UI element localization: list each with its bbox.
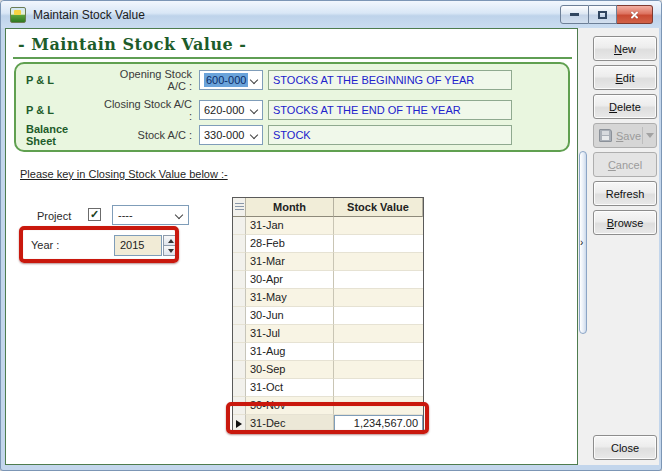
account-row: Balance SheetStock A/C :330-000STOCK bbox=[18, 125, 566, 145]
refresh-button[interactable]: Refresh bbox=[593, 181, 657, 206]
year-down-button[interactable] bbox=[163, 246, 179, 256]
account-select[interactable]: 330-000 bbox=[199, 125, 263, 145]
column-header-stock-value: Stock Value bbox=[334, 198, 423, 217]
row-selector[interactable] bbox=[233, 307, 246, 325]
stock-value-cell[interactable] bbox=[334, 307, 423, 325]
stock-value-cell[interactable] bbox=[334, 253, 423, 271]
row-selector[interactable] bbox=[233, 361, 246, 379]
maximize-button[interactable] bbox=[589, 5, 617, 24]
account-select[interactable]: 620-000 bbox=[199, 100, 263, 120]
maintain-stock-value-window: Maintain Stock Value - Maintain Stock Va… bbox=[0, 0, 662, 471]
table-row: 30-Sep bbox=[233, 361, 423, 379]
save-button: Save bbox=[593, 123, 657, 148]
row-selector[interactable] bbox=[233, 271, 246, 289]
stock-value-cell[interactable] bbox=[334, 271, 423, 289]
stock-value-cell[interactable] bbox=[334, 361, 423, 379]
button-divider bbox=[642, 127, 643, 144]
account-description: STOCK bbox=[268, 125, 512, 145]
stock-value-cell[interactable] bbox=[334, 217, 423, 235]
table-header-row: MonthStock Value bbox=[233, 198, 423, 217]
new-button[interactable]: New bbox=[593, 36, 657, 61]
month-cell: 30-Sep bbox=[246, 361, 334, 379]
row-selector-header bbox=[233, 198, 246, 217]
close-button-label: Close bbox=[611, 442, 639, 454]
stock-value-cell[interactable] bbox=[334, 379, 423, 397]
delete-button[interactable]: Delete bbox=[593, 94, 657, 119]
month-cell: 31-Jan bbox=[246, 217, 334, 235]
row-selector[interactable] bbox=[233, 415, 246, 433]
panel-splitter[interactable]: › bbox=[579, 151, 587, 334]
table-row: 31-Jul bbox=[233, 325, 423, 343]
account-field-label: Opening Stock A/C : bbox=[100, 68, 192, 92]
month-cell: 31-Mar bbox=[246, 253, 334, 271]
titlebar[interactable]: Maintain Stock Value bbox=[1, 1, 661, 28]
main-content: - Maintain Stock Value - P & LOpening St… bbox=[5, 28, 578, 465]
edit-button[interactable]: Edit bbox=[593, 65, 657, 90]
minimize-button[interactable] bbox=[560, 5, 589, 24]
row-selector[interactable] bbox=[233, 343, 246, 361]
arrow-up-icon bbox=[168, 239, 174, 243]
browse-button[interactable]: Browse bbox=[593, 210, 657, 235]
year-stepper: 2015 bbox=[114, 235, 179, 256]
arrow-down-icon bbox=[168, 249, 174, 253]
account-group-label: P & L bbox=[26, 104, 100, 116]
stock-value-cell[interactable] bbox=[334, 397, 423, 415]
stock-value-cell[interactable] bbox=[334, 235, 423, 253]
close-button[interactable]: Close bbox=[593, 435, 657, 460]
stock-value-cell[interactable]: 1,234,567.00 bbox=[334, 415, 423, 433]
button-label: Refresh bbox=[606, 188, 645, 200]
year-label: Year : bbox=[31, 239, 59, 251]
account-code: 330-000 bbox=[204, 129, 244, 141]
minimize-icon bbox=[570, 13, 579, 16]
row-selector[interactable] bbox=[233, 217, 246, 235]
row-selector[interactable] bbox=[233, 379, 246, 397]
heading-divider bbox=[13, 57, 572, 59]
account-row: P & LOpening Stock A/C :600-000STOCKS AT… bbox=[18, 70, 566, 90]
table-row: 31-Oct bbox=[233, 379, 423, 397]
account-field-label: Closing Stock A/C : bbox=[100, 98, 192, 122]
table-row: 30-Jun bbox=[233, 307, 423, 325]
month-cell: 31-Dec bbox=[246, 415, 334, 433]
accounts-panel: P & LOpening Stock A/C :600-000STOCKS AT… bbox=[14, 62, 570, 152]
year-up-button[interactable] bbox=[163, 235, 179, 246]
button-label: Edit bbox=[616, 72, 635, 84]
account-description: STOCKS AT THE END OF THE YEAR bbox=[268, 100, 512, 120]
app-icon bbox=[10, 7, 26, 23]
button-label: Browse bbox=[607, 217, 644, 229]
stock-value-cell[interactable] bbox=[334, 289, 423, 307]
row-selector[interactable] bbox=[233, 253, 246, 271]
floppy-icon bbox=[599, 129, 612, 142]
table-row: 31-May bbox=[233, 289, 423, 307]
stock-value-cell[interactable] bbox=[334, 325, 423, 343]
collapse-arrow-icon: › bbox=[580, 238, 583, 248]
instruction-text: Please key in Closing Stock Value below … bbox=[20, 168, 228, 180]
window-controls bbox=[560, 5, 653, 24]
row-selector[interactable] bbox=[233, 325, 246, 343]
button-label: Cancel bbox=[608, 159, 642, 171]
account-select[interactable]: 600-000 bbox=[199, 70, 263, 90]
account-description: STOCKS AT THE BEGINNING OF YEAR bbox=[268, 70, 512, 90]
month-cell: 30-Jun bbox=[246, 307, 334, 325]
row-selector[interactable] bbox=[233, 235, 246, 253]
month-cell: 31-Jul bbox=[246, 325, 334, 343]
stock-value-cell[interactable] bbox=[334, 343, 423, 361]
month-cell: 31-May bbox=[246, 289, 334, 307]
page-title: - Maintain Stock Value - bbox=[18, 35, 246, 54]
month-cell: 28-Feb bbox=[246, 235, 334, 253]
project-value: ---- bbox=[118, 209, 133, 221]
row-selector[interactable] bbox=[233, 397, 246, 415]
save-dropdown-arrow-icon bbox=[646, 133, 654, 138]
chevron-down-icon bbox=[251, 77, 258, 84]
row-selector[interactable] bbox=[233, 289, 246, 307]
table-row: 30-Nov bbox=[233, 397, 423, 415]
chevron-down-icon bbox=[176, 212, 183, 219]
project-label: Project bbox=[37, 210, 71, 222]
close-window-button[interactable] bbox=[617, 5, 653, 24]
account-code: 600-000 bbox=[204, 73, 248, 87]
project-select[interactable]: ---- bbox=[112, 205, 189, 225]
cancel-button: Cancel bbox=[593, 152, 657, 177]
window-title: Maintain Stock Value bbox=[33, 8, 145, 22]
year-input[interactable]: 2015 bbox=[114, 235, 162, 256]
month-cell: 30-Apr bbox=[246, 271, 334, 289]
project-checkbox[interactable]: ✓ bbox=[88, 208, 101, 221]
